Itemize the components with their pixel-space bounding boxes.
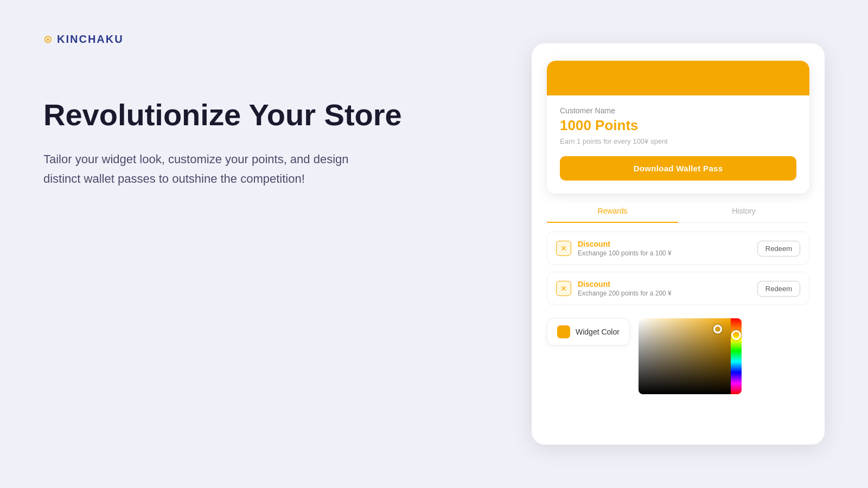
- reward-item-2: ✕ Discount Exchange 200 points for a 200…: [547, 272, 809, 305]
- color-section: Widget Color: [547, 318, 809, 429]
- subtext: Tailor your widget look, customize your …: [43, 150, 380, 188]
- widget-card: Customer Name 1000 Points Earn 1 points …: [547, 61, 809, 194]
- color-gradient-box[interactable]: [639, 318, 731, 394]
- reward-icon-2: ✕: [556, 281, 571, 296]
- widget-color-button[interactable]: Widget Color: [547, 318, 630, 345]
- logo-text: KINCHAKU: [57, 33, 124, 46]
- tab-history[interactable]: History: [678, 207, 809, 222]
- widget-color-label: Widget Color: [576, 328, 620, 336]
- rewards-list: ✕ Discount Exchange 100 points for a 100…: [547, 232, 809, 305]
- redeem-button-1[interactable]: Redeem: [757, 241, 800, 256]
- reward-title-2: Discount: [578, 280, 751, 288]
- reward-desc-2: Exchange 200 points for a 200 ¥: [578, 290, 751, 297]
- reward-item-1: ✕ Discount Exchange 100 points for a 100…: [547, 232, 809, 265]
- reward-title-1: Discount: [578, 240, 751, 248]
- hue-slider-handle[interactable]: [731, 330, 741, 340]
- hue-slider[interactable]: [731, 318, 742, 394]
- reward-info-1: Discount Exchange 100 points for a 100 ¥: [578, 240, 751, 257]
- color-picker-popup: [639, 318, 742, 394]
- widget-card-header: [547, 61, 809, 95]
- redeem-button-2[interactable]: Redeem: [757, 281, 800, 297]
- customer-name-label: Customer Name: [560, 106, 796, 115]
- widget-card-body: Customer Name 1000 Points Earn 1 points …: [547, 95, 809, 194]
- hero-section: Revolutionize Your Store Tailor your wid…: [43, 98, 402, 188]
- reward-info-2: Discount Exchange 200 points for a 200 ¥: [578, 280, 751, 297]
- tabs-row: Rewards History: [547, 207, 809, 223]
- headline: Revolutionize Your Store: [43, 98, 402, 132]
- color-swatch: [557, 325, 570, 338]
- earn-text: Earn 1 points for every 100¥ spent: [560, 137, 796, 145]
- reward-icon-1: ✕: [556, 241, 571, 256]
- logo-icon: ⊛: [43, 33, 53, 46]
- gradient-picker-handle[interactable]: [713, 325, 722, 333]
- tab-rewards[interactable]: Rewards: [547, 207, 678, 223]
- download-wallet-pass-button[interactable]: Download Wallet Pass: [560, 156, 796, 181]
- points-value: 1000 Points: [560, 117, 796, 134]
- right-panel: Customer Name 1000 Points Earn 1 points …: [532, 43, 825, 445]
- reward-desc-1: Exchange 100 points for a 100 ¥: [578, 249, 751, 257]
- logo: ⊛ KINCHAKU: [43, 33, 124, 46]
